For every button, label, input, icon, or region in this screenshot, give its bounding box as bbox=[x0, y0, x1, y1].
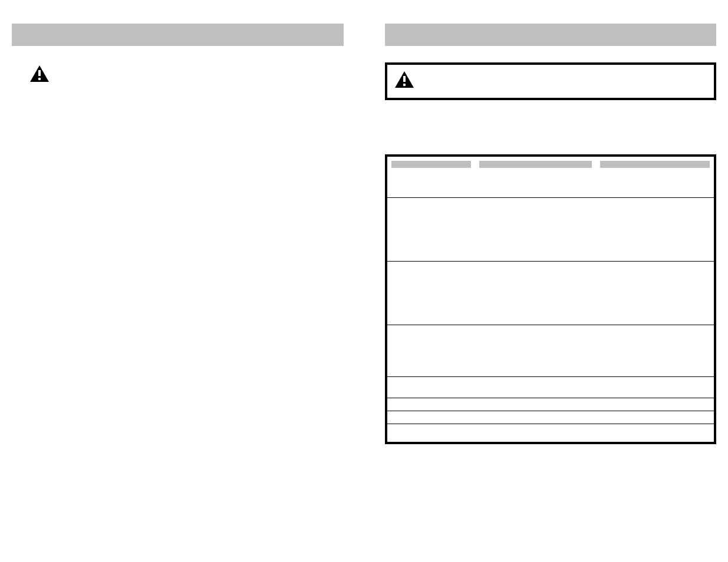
svg-rect-0 bbox=[38, 70, 41, 76]
left-warning bbox=[29, 62, 344, 82]
cell bbox=[596, 325, 714, 377]
warning-triangle-icon bbox=[29, 65, 50, 82]
cell bbox=[475, 198, 596, 262]
cell bbox=[475, 377, 596, 398]
warning-triangle-icon bbox=[394, 71, 414, 88]
table-row bbox=[387, 325, 714, 377]
table-header-row bbox=[387, 157, 714, 172]
cell bbox=[387, 377, 476, 398]
cell bbox=[387, 325, 476, 377]
left-section-header bbox=[12, 24, 344, 46]
boxed-warning bbox=[385, 62, 717, 100]
table-row bbox=[387, 424, 714, 442]
table-row bbox=[387, 377, 714, 398]
svg-rect-2 bbox=[403, 76, 406, 82]
cell bbox=[387, 424, 476, 442]
cell bbox=[596, 424, 714, 442]
cell bbox=[475, 262, 596, 325]
table-row bbox=[387, 411, 714, 424]
table-row bbox=[387, 262, 714, 325]
table-row bbox=[387, 198, 714, 262]
cell bbox=[387, 198, 476, 262]
cell bbox=[475, 411, 596, 424]
table-row bbox=[387, 398, 714, 411]
cell bbox=[475, 398, 596, 411]
right-column bbox=[385, 24, 717, 444]
cell bbox=[596, 172, 714, 198]
col-header bbox=[475, 157, 596, 172]
cell bbox=[387, 411, 476, 424]
table-row bbox=[387, 172, 714, 198]
left-column bbox=[12, 24, 344, 444]
cell bbox=[387, 262, 476, 325]
cell bbox=[387, 398, 476, 411]
svg-point-1 bbox=[38, 78, 41, 81]
cell bbox=[475, 325, 596, 377]
cell bbox=[596, 411, 714, 424]
col-header bbox=[387, 157, 476, 172]
cell bbox=[475, 424, 596, 442]
cell bbox=[596, 398, 714, 411]
cell bbox=[475, 172, 596, 198]
svg-point-3 bbox=[403, 84, 406, 87]
spec-table bbox=[385, 154, 717, 444]
cell bbox=[387, 172, 476, 198]
cell bbox=[596, 198, 714, 262]
cell bbox=[596, 262, 714, 325]
cell bbox=[596, 377, 714, 398]
col-header bbox=[596, 157, 714, 172]
right-section-header bbox=[385, 24, 717, 46]
